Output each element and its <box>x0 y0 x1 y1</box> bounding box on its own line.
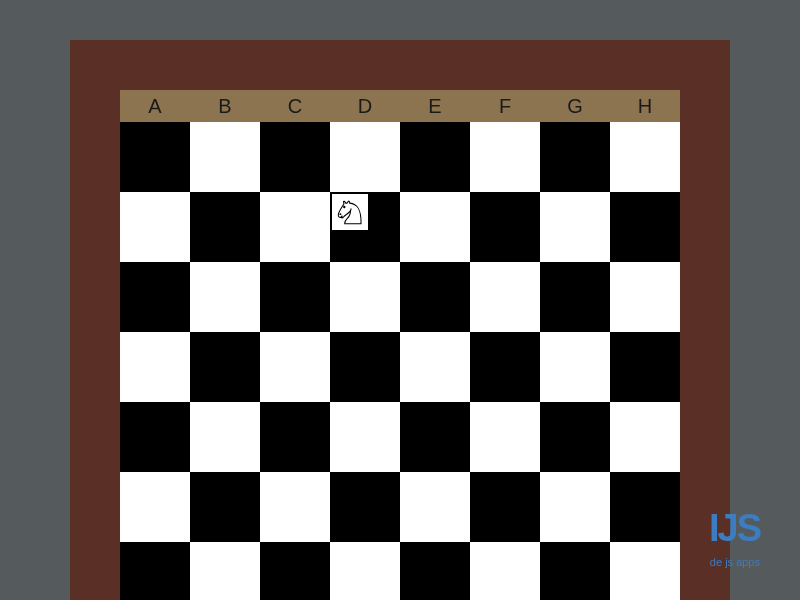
square-a3[interactable] <box>120 262 190 332</box>
file-label-f: F <box>470 90 540 122</box>
square-d1[interactable] <box>330 122 400 192</box>
file-label-a: A <box>120 90 190 122</box>
square-f3[interactable] <box>470 262 540 332</box>
square-c3[interactable] <box>260 262 330 332</box>
square-b5[interactable] <box>190 402 260 472</box>
square-a1[interactable] <box>120 122 190 192</box>
square-a4[interactable] <box>120 332 190 402</box>
watermark-sub: de js apps <box>710 556 760 568</box>
square-g4[interactable] <box>540 332 610 402</box>
square-d6[interactable] <box>330 472 400 542</box>
square-f5[interactable] <box>470 402 540 472</box>
file-label-h: H <box>610 90 680 122</box>
square-d7[interactable] <box>330 542 400 600</box>
square-e1[interactable] <box>400 122 470 192</box>
square-g5[interactable] <box>540 402 610 472</box>
square-a6[interactable] <box>120 472 190 542</box>
file-label-e: E <box>400 90 470 122</box>
square-f4[interactable] <box>470 332 540 402</box>
square-f1[interactable] <box>470 122 540 192</box>
square-b1[interactable] <box>190 122 260 192</box>
square-e5[interactable] <box>400 402 470 472</box>
square-d4[interactable] <box>330 332 400 402</box>
chess-board[interactable] <box>120 122 680 600</box>
file-labels-row: A B C D E F G H <box>120 90 680 122</box>
square-h3[interactable] <box>610 262 680 332</box>
square-c7[interactable] <box>260 542 330 600</box>
square-b7[interactable] <box>190 542 260 600</box>
square-e6[interactable] <box>400 472 470 542</box>
square-f2[interactable] <box>470 192 540 262</box>
white-knight-icon[interactable] <box>332 194 368 230</box>
square-g2[interactable] <box>540 192 610 262</box>
square-e7[interactable] <box>400 542 470 600</box>
square-g7[interactable] <box>540 542 610 600</box>
square-h2[interactable] <box>610 192 680 262</box>
square-c5[interactable] <box>260 402 330 472</box>
file-label-g: G <box>540 90 610 122</box>
square-c1[interactable] <box>260 122 330 192</box>
file-label-d: D <box>330 90 400 122</box>
square-a7[interactable] <box>120 542 190 600</box>
square-f6[interactable] <box>470 472 540 542</box>
square-e3[interactable] <box>400 262 470 332</box>
square-d2[interactable] <box>330 192 400 262</box>
square-h5[interactable] <box>610 402 680 472</box>
watermark-logo: IJS <box>709 507 760 550</box>
square-b4[interactable] <box>190 332 260 402</box>
square-h7[interactable] <box>610 542 680 600</box>
square-f7[interactable] <box>470 542 540 600</box>
square-d3[interactable] <box>330 262 400 332</box>
svg-point-1 <box>344 206 345 207</box>
square-c2[interactable] <box>260 192 330 262</box>
file-label-c: C <box>260 90 330 122</box>
square-h4[interactable] <box>610 332 680 402</box>
square-a5[interactable] <box>120 402 190 472</box>
square-h6[interactable] <box>610 472 680 542</box>
square-h1[interactable] <box>610 122 680 192</box>
square-c6[interactable] <box>260 472 330 542</box>
board-frame: A B C D E F G H <box>70 40 730 600</box>
square-b3[interactable] <box>190 262 260 332</box>
square-g6[interactable] <box>540 472 610 542</box>
square-b6[interactable] <box>190 472 260 542</box>
square-a2[interactable] <box>120 192 190 262</box>
square-g3[interactable] <box>540 262 610 332</box>
square-g1[interactable] <box>540 122 610 192</box>
file-label-b: B <box>190 90 260 122</box>
square-e4[interactable] <box>400 332 470 402</box>
svg-point-0 <box>340 214 341 215</box>
square-e2[interactable] <box>400 192 470 262</box>
square-b2[interactable] <box>190 192 260 262</box>
square-d5[interactable] <box>330 402 400 472</box>
square-c4[interactable] <box>260 332 330 402</box>
